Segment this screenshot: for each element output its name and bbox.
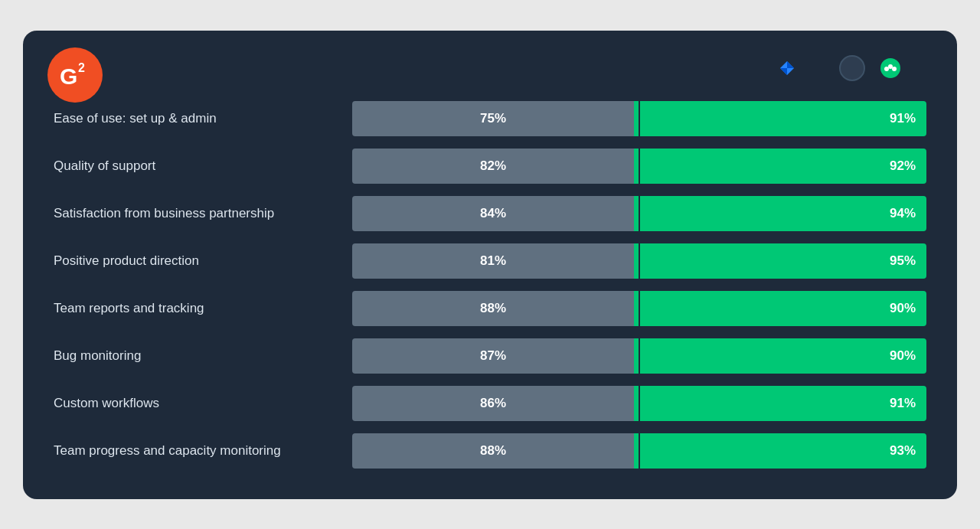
jira-icon [779, 60, 795, 76]
table-row: Quality of support82%92% [54, 145, 926, 187]
svg-point-8 [892, 67, 897, 71]
table-row: Satisfaction from business partnership84… [54, 193, 926, 234]
table-row: Custom workflows86%91% [54, 383, 926, 424]
monday-bar: 95% [634, 243, 926, 279]
bar-divider [639, 142, 640, 190]
svg-text:2: 2 [78, 61, 85, 74]
row-label: Bug monitoring [54, 348, 352, 364]
svg-point-6 [884, 67, 889, 71]
monday-bar: 93% [634, 433, 926, 469]
row-label: Satisfaction from business partnership [54, 206, 352, 221]
bars-section: 84%94% [352, 193, 926, 234]
monday-icon [880, 58, 900, 78]
jira-bar: 88% [352, 433, 634, 469]
table-row: Positive product direction81%95% [54, 240, 926, 282]
row-label: Team reports and tracking [54, 301, 352, 316]
table-row: Ease of use: set up & admin75%91% [54, 98, 926, 139]
jira-bar: 88% [352, 291, 634, 326]
rows-container: Ease of use: set up & admin75%91%Quality… [54, 98, 926, 472]
jira-bar: 82% [352, 149, 634, 184]
jira-brand [779, 60, 805, 76]
table-row: Team progress and capacity monitoring88%… [54, 430, 926, 472]
bar-divider [639, 332, 640, 380]
vs-badge [839, 55, 865, 81]
bars-section: 86%91% [352, 383, 926, 424]
jira-bar: 81% [352, 243, 634, 279]
monday-bar: 90% [634, 338, 926, 374]
svg-marker-3 [787, 61, 794, 68]
bars-section: 88%90% [352, 288, 926, 329]
monday-bar: 90% [634, 291, 926, 326]
table-row: Bug monitoring87%90% [54, 335, 926, 377]
svg-point-7 [888, 64, 893, 69]
bars-section: 75%91% [352, 98, 926, 139]
bar-divider [639, 427, 640, 475]
jira-bar: 87% [352, 338, 634, 374]
row-label: Quality of support [54, 158, 352, 174]
jira-bar: 86% [352, 386, 634, 421]
monday-bar: 94% [634, 196, 926, 231]
header-row [54, 55, 926, 81]
bar-divider [639, 190, 640, 237]
bars-section: 87%90% [352, 335, 926, 377]
bars-section: 81%95% [352, 240, 926, 282]
svg-text:G: G [60, 64, 77, 89]
bar-divider [639, 95, 640, 142]
comparison-card: G 2 [23, 31, 957, 499]
row-label: Custom workflows [54, 396, 352, 411]
jira-bar: 84% [352, 196, 634, 231]
monday-bar: 92% [634, 149, 926, 184]
row-label: Positive product direction [54, 253, 352, 269]
bar-divider [639, 237, 640, 285]
bars-section: 88%93% [352, 430, 926, 472]
table-row: Team reports and tracking88%90% [54, 288, 926, 329]
bar-divider [639, 285, 640, 332]
monday-brand [880, 58, 920, 78]
svg-marker-4 [780, 68, 787, 75]
row-label: Team progress and capacity monitoring [54, 443, 352, 459]
monday-bar: 91% [634, 101, 926, 136]
bar-divider [639, 380, 640, 427]
row-label: Ease of use: set up & admin [54, 111, 352, 126]
bars-section: 82%92% [352, 145, 926, 187]
monday-bar: 91% [634, 386, 926, 421]
g2-logo: G 2 [47, 47, 103, 103]
jira-bar: 75% [352, 101, 634, 136]
